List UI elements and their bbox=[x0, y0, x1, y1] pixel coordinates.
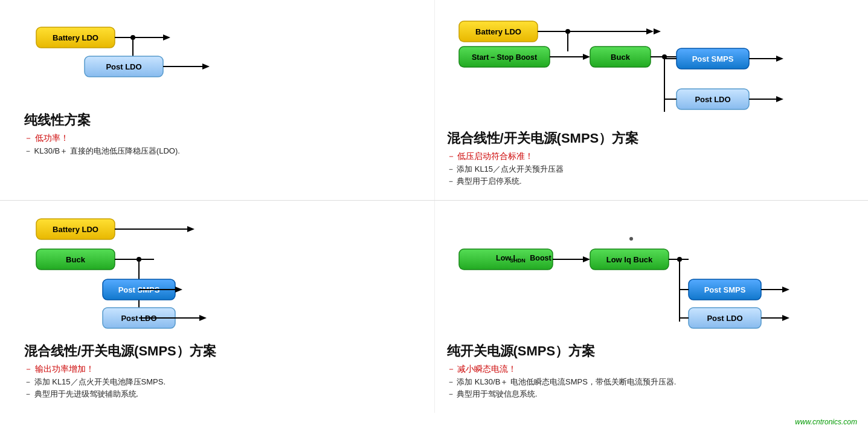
svg-text:Start－Stop Boost: Start－Stop Boost bbox=[471, 53, 537, 62]
bullet-red-bottom-left-0: － 输出功率增加！ bbox=[24, 364, 410, 375]
bullet-normal-bottom-right-2: － 典型用于驾驶信息系统. bbox=[447, 389, 844, 400]
diagram-top-left: Battery LDO Post LDO bbox=[24, 18, 254, 97]
desc-bottom-right: 纯开关电源(SMPS）方案 － 减小瞬态电流！ － 添加 KL30/B＋ 电池低… bbox=[447, 342, 844, 400]
svg-text:Post SMPS: Post SMPS bbox=[692, 54, 733, 63]
svg-text:Boost: Boost bbox=[530, 254, 551, 262]
bullet-normal-top-right-1: － 添加 KL15／点火开关预升压器 bbox=[447, 164, 844, 175]
title-bottom-right: 纯开关电源(SMPS）方案 bbox=[447, 342, 844, 360]
svg-marker-14 bbox=[646, 28, 654, 34]
title-top-left: 纯线性方案 bbox=[24, 111, 410, 129]
svg-text:Post LDO: Post LDO bbox=[106, 62, 141, 71]
svg-marker-49 bbox=[175, 287, 182, 293]
svg-marker-36 bbox=[654, 28, 661, 34]
svg-text:Post LDO: Post LDO bbox=[707, 314, 742, 323]
bullet-normal-top-right-2: － 典型用于启停系统. bbox=[447, 176, 844, 187]
svg-marker-35 bbox=[776, 96, 783, 102]
bullet-red-top-right-0: － 低压启动符合标准！ bbox=[447, 151, 844, 162]
svg-point-76 bbox=[629, 237, 633, 241]
svg-marker-29 bbox=[776, 56, 783, 62]
svg-text:Buck: Buck bbox=[66, 255, 86, 264]
svg-marker-75 bbox=[782, 315, 789, 321]
diagram-bottom-left: Battery LDO Buck Post SMPS bbox=[24, 216, 278, 328]
diagram-top-right: Battery LDO Start－Stop Boost bbox=[447, 18, 785, 115]
desc-bottom-left: 混合线性/开关电源(SMPS）方案 － 输出功率增加！ － 添加 KL15／点火… bbox=[24, 342, 410, 400]
svg-text:Buck: Buck bbox=[611, 53, 631, 62]
watermark: www.cntronics.com bbox=[795, 418, 857, 426]
bullet-normal-bottom-left-2: － 典型用于先进级驾驶辅助系统. bbox=[24, 389, 410, 400]
svg-marker-40 bbox=[187, 226, 194, 232]
svg-marker-70 bbox=[782, 287, 789, 293]
svg-point-64 bbox=[677, 257, 682, 262]
svg-marker-53 bbox=[199, 315, 207, 321]
svg-text:Battery LDO: Battery LDO bbox=[53, 225, 98, 234]
svg-point-15 bbox=[565, 29, 570, 34]
svg-text:Low Iq Buck: Low Iq Buck bbox=[606, 255, 652, 264]
svg-text:Post LDO: Post LDO bbox=[695, 95, 730, 104]
svg-marker-20 bbox=[583, 54, 590, 60]
desc-top-right: 混合线性/开关电源(SMPS）方案 － 低压启动符合标准！ － 添加 KL15／… bbox=[447, 129, 844, 187]
diagram-bottom-right: Low I SHDN Boost Low Iq Buck bbox=[447, 216, 785, 328]
bullet-normal-bottom-right-1: － 添加 KL30/B＋ 电池低瞬态电流SMPS，带低关断电流预升压器. bbox=[447, 377, 844, 387]
bullet-red-bottom-right-0: － 减小瞬态电流！ bbox=[447, 364, 844, 375]
desc-top-left: 纯线性方案 － 低功率！ － KL30/B＋ 直接的电池低压降稳压器(LDO). bbox=[24, 111, 410, 157]
title-top-right: 混合线性/开关电源(SMPS）方案 bbox=[447, 129, 844, 147]
svg-text:Battery LDO: Battery LDO bbox=[475, 27, 521, 36]
title-bottom-left: 混合线性/开关电源(SMPS）方案 bbox=[24, 342, 410, 360]
svg-marker-3 bbox=[163, 34, 170, 41]
svg-text:Battery LDO: Battery LDO bbox=[53, 33, 98, 42]
svg-text:Post SMPS: Post SMPS bbox=[704, 285, 745, 294]
svg-point-4 bbox=[130, 35, 135, 40]
svg-marker-60 bbox=[583, 256, 590, 262]
svg-marker-10 bbox=[202, 63, 210, 70]
svg-text:SHDN: SHDN bbox=[510, 258, 526, 264]
bullet-normal-bottom-left-1: － 添加 KL15／点火开关电池降压SMPS. bbox=[24, 377, 410, 387]
bullet-red-top-left-0: － 低功率！ bbox=[24, 133, 410, 144]
svg-point-44 bbox=[137, 257, 141, 262]
bullet-normal-top-left-1: － KL30/B＋ 直接的电池低压降稳压器(LDO). bbox=[24, 146, 410, 157]
